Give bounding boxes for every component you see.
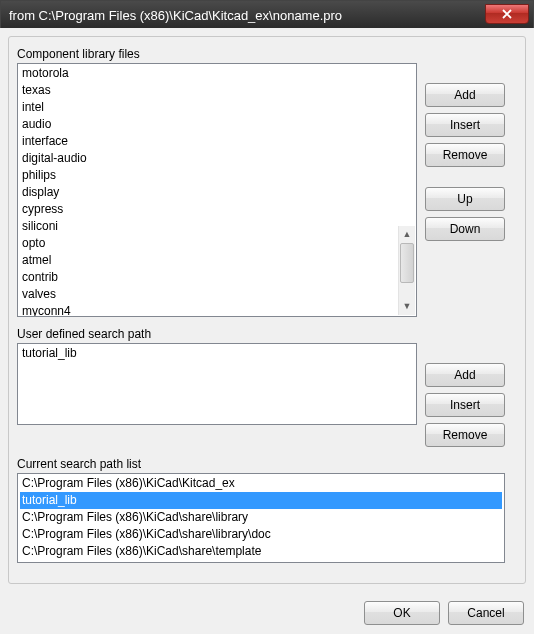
- scroll-thumb[interactable]: [400, 243, 414, 283]
- close-icon: [501, 9, 513, 19]
- list-item[interactable]: C:\Program Files (x86)\KiCad\share\templ…: [20, 543, 502, 560]
- user-path-listbox[interactable]: tutorial_lib: [17, 343, 417, 425]
- list-item[interactable]: opto: [20, 235, 414, 252]
- list-item[interactable]: digital-audio: [20, 150, 414, 167]
- list-item[interactable]: audio: [20, 116, 414, 133]
- list-item[interactable]: C:\Program Files (x86)\KiCad\Kitcad_ex: [20, 475, 502, 492]
- list-item[interactable]: C:\Program Files (x86)\KiCad\share\libra…: [20, 526, 502, 543]
- user-path-buttons: Add Insert Remove: [425, 363, 505, 447]
- list-item[interactable]: siliconi: [20, 218, 414, 235]
- remove-button[interactable]: Remove: [425, 143, 505, 167]
- client-area: Component library files motorolatexasint…: [0, 28, 534, 634]
- list-item[interactable]: texas: [20, 82, 414, 99]
- down-button[interactable]: Down: [425, 217, 505, 241]
- close-button[interactable]: [485, 4, 529, 24]
- scroll-down-icon: ▼: [399, 298, 415, 315]
- scroll-up-icon: ▲: [399, 226, 415, 243]
- insert-button[interactable]: Insert: [425, 113, 505, 137]
- list-item[interactable]: philips: [20, 167, 414, 184]
- list-item[interactable]: tutorial_lib: [20, 492, 502, 509]
- window-title: from C:\Program Files (x86)\KiCad\Kitcad…: [9, 8, 485, 23]
- search-path-group: Current search path list C:\Program File…: [17, 457, 517, 563]
- search-path-listbox[interactable]: C:\Program Files (x86)\KiCad\Kitcad_extu…: [17, 473, 505, 563]
- list-item[interactable]: valves: [20, 286, 414, 303]
- list-item[interactable]: tutorial_lib: [20, 345, 414, 362]
- list-item[interactable]: C:\Program Files (x86)\KiCad\share\libra…: [20, 509, 502, 526]
- search-path-label: Current search path list: [17, 457, 517, 471]
- dialog-buttons: OK Cancel: [0, 592, 534, 634]
- list-item[interactable]: motorola: [20, 65, 414, 82]
- cancel-button[interactable]: Cancel: [448, 601, 524, 625]
- titlebar: from C:\Program Files (x86)\KiCad\Kitcad…: [1, 1, 533, 29]
- up-button[interactable]: Up: [425, 187, 505, 211]
- list-item[interactable]: myconn4: [20, 303, 414, 317]
- component-library-label: Component library files: [17, 47, 517, 61]
- ok-button[interactable]: OK: [364, 601, 440, 625]
- list-item[interactable]: interface: [20, 133, 414, 150]
- user-path-group: User defined search path tutorial_lib Ad…: [17, 327, 517, 447]
- list-item[interactable]: atmel: [20, 252, 414, 269]
- main-panel: Component library files motorolatexasint…: [8, 36, 526, 584]
- user-path-label: User defined search path: [17, 327, 517, 341]
- add-button[interactable]: Add: [425, 83, 505, 107]
- add-button[interactable]: Add: [425, 363, 505, 387]
- component-library-listbox[interactable]: motorolatexasintelaudiointerfacedigital-…: [17, 63, 417, 317]
- remove-button[interactable]: Remove: [425, 423, 505, 447]
- list-item[interactable]: cypress: [20, 201, 414, 218]
- insert-button[interactable]: Insert: [425, 393, 505, 417]
- list-item[interactable]: display: [20, 184, 414, 201]
- component-library-buttons: Add Insert Remove Up Down: [425, 83, 505, 241]
- component-library-group: Component library files motorolatexasint…: [17, 47, 517, 317]
- list-item[interactable]: contrib: [20, 269, 414, 286]
- scrollbar[interactable]: ▲ ▼: [398, 226, 415, 315]
- list-item[interactable]: intel: [20, 99, 414, 116]
